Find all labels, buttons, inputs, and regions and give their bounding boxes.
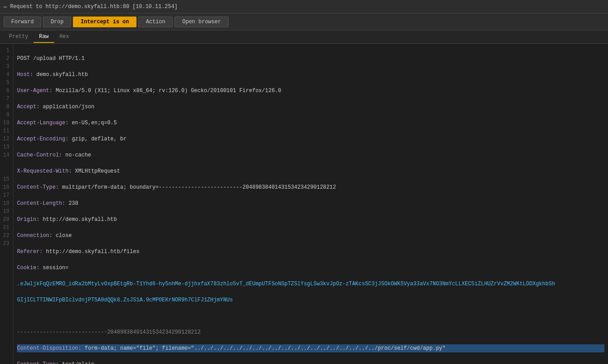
action-button[interactable]: Action — [138, 17, 173, 27]
tab-raw[interactable]: Raw — [34, 31, 54, 43]
line-numbers: 1 2 3 4 5 6 7 8 9 10 11 12 13 14 15 16 1… — [0, 44, 13, 364]
toolbar: Forward Drop Intercept is on Action Open… — [0, 13, 608, 30]
content-area: 1 2 3 4 5 6 7 8 9 10 11 12 13 14 15 16 1… — [0, 44, 608, 364]
intercept-button[interactable]: Intercept is on — [73, 17, 136, 27]
tab-pretty[interactable]: Pretty — [4, 31, 34, 43]
forward-button[interactable]: Forward — [4, 17, 41, 27]
tabs-bar: Pretty Raw Hex — [0, 30, 608, 44]
title-text: Request to http://demo.skyfall.htb:80 [1… — [10, 4, 177, 10]
tab-hex[interactable]: Hex — [54, 31, 75, 43]
request-body[interactable]: POST /upload HTTP/1.1 Host: demo.skyfall… — [13, 44, 608, 364]
drop-button[interactable]: Drop — [43, 17, 71, 27]
open-browser-button[interactable]: Open browser — [174, 17, 228, 27]
title-bar: ✏ Request to http://demo.skyfall.htb:80 … — [0, 0, 608, 13]
edit-icon: ✏ — [4, 3, 7, 10]
